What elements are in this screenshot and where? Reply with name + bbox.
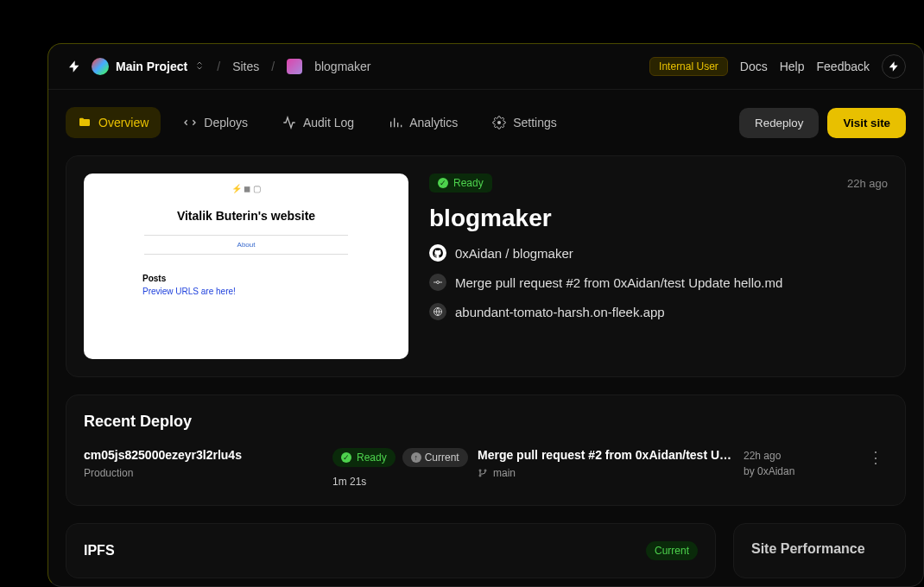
performance-card: Site Performance: [733, 523, 906, 578]
redeploy-button[interactable]: Redeploy: [739, 108, 819, 138]
user-bolt-icon[interactable]: [882, 54, 906, 79]
preview-subline: About: [237, 241, 256, 249]
tab-label: Audit Log: [303, 116, 354, 129]
tab-label: Analytics: [409, 116, 458, 129]
preview-section: Posts: [142, 274, 166, 283]
org-logo-icon[interactable]: [92, 58, 109, 75]
deploy-env: Production: [84, 467, 326, 479]
chevron-updown-icon[interactable]: [194, 60, 205, 73]
preview-divider: [144, 235, 347, 236]
site-icon: [287, 59, 302, 74]
deploy-author: by 0xAidan: [744, 464, 856, 479]
tab-analytics[interactable]: Analytics: [377, 107, 470, 138]
status-badge: ✓ Ready: [429, 174, 492, 193]
deploy-time: 22h ago: [744, 448, 856, 464]
activity-icon: [282, 116, 296, 129]
deploy-status-badge: ✓ Ready: [332, 448, 396, 467]
ipfs-card: IPFS Current: [66, 523, 716, 578]
tab-overview[interactable]: Overview: [66, 107, 161, 138]
deploy-menu-button[interactable]: ⋮: [863, 448, 889, 467]
help-link[interactable]: Help: [780, 60, 805, 73]
breadcrumb-sep: /: [217, 60, 220, 73]
breadcrumb-sites[interactable]: Sites: [232, 60, 259, 73]
check-icon: ✓: [438, 178, 448, 188]
github-icon: [429, 244, 446, 262]
check-icon: ✓: [341, 452, 351, 463]
svg-point-2: [479, 470, 481, 471]
current-label: Current: [425, 451, 459, 464]
site-preview[interactable]: ⚡ ◼ ▢ Vitalik Buterin's website About Po…: [84, 174, 408, 359]
deploy-branch: main: [478, 467, 737, 479]
globe-icon: [429, 303, 446, 320]
ipfs-current-badge: Current: [646, 541, 698, 560]
breadcrumb-project[interactable]: Main Project: [116, 60, 187, 73]
tab-label: Settings: [513, 116, 557, 129]
repo-label: 0xAidan / blogmaker: [455, 246, 573, 261]
visit-site-button[interactable]: Visit site: [827, 108, 906, 138]
svg-point-3: [479, 475, 481, 477]
tab-label: Overview: [98, 116, 149, 129]
performance-title: Site Performance: [751, 541, 865, 556]
url-label: abundant-tomato-harsh.on-fleek.app: [455, 305, 665, 319]
recent-deploy-card: Recent Deploy cm05js825000ezeyr3l2rlu4s …: [66, 394, 906, 506]
tab-audit[interactable]: Audit Log: [270, 107, 366, 138]
breadcrumb: Main Project / Sites / blogmaker: [116, 59, 371, 74]
commit-label: Merge pull request #2 from 0xAidan/test …: [455, 275, 782, 290]
arrow-up-icon: ↑: [411, 452, 421, 463]
gear-icon: [492, 116, 506, 129]
url-row[interactable]: abundant-tomato-harsh.on-fleek.app: [429, 303, 888, 320]
deploy-duration: 1m 21s: [332, 476, 471, 488]
hero-time: 22h ago: [847, 177, 888, 190]
branch-label: main: [493, 467, 516, 479]
docs-link[interactable]: Docs: [740, 60, 768, 73]
status-label: Ready: [357, 451, 387, 464]
deploy-icon: [183, 116, 197, 129]
commit-icon: [429, 274, 446, 291]
internal-user-badge: Internal User: [649, 57, 728, 76]
recent-heading: Recent Deploy: [84, 413, 888, 431]
repo-row[interactable]: 0xAidan / blogmaker: [429, 244, 888, 262]
current-badge: ↑ Current: [402, 448, 468, 467]
deploy-id: cm05js825000ezeyr3l2rlu4s: [84, 448, 326, 462]
ipfs-title: IPFS: [84, 543, 115, 559]
svg-point-0: [437, 281, 440, 284]
deploy-row[interactable]: cm05js825000ezeyr3l2rlu4s Production ✓ R…: [84, 448, 888, 488]
hero-card: ⚡ ◼ ▢ Vitalik Buterin's website About Po…: [66, 155, 906, 377]
deploy-commit: Merge pull request #2 from 0xAidan/test …: [478, 448, 737, 462]
commit-row: Merge pull request #2 from 0xAidan/test …: [429, 274, 888, 291]
breadcrumb-sep: /: [271, 60, 275, 73]
tab-settings[interactable]: Settings: [480, 107, 569, 138]
preview-title: Vitalik Buterin's website: [177, 209, 315, 223]
preview-tiny-logo: ⚡ ◼ ▢: [231, 184, 262, 193]
svg-point-4: [484, 470, 486, 471]
preview-divider: [144, 254, 347, 255]
tab-deploys[interactable]: Deploys: [171, 107, 260, 138]
feedback-link[interactable]: Feedback: [817, 60, 870, 73]
chart-icon: [389, 116, 402, 129]
status-label: Ready: [453, 177, 484, 189]
bolt-icon[interactable]: [66, 58, 83, 75]
tab-label: Deploys: [204, 116, 248, 129]
branch-icon: [478, 468, 488, 478]
page-title: blogmaker: [429, 205, 888, 232]
preview-post-link: Preview URLS are here!: [142, 287, 236, 296]
folder-icon: [78, 116, 92, 129]
breadcrumb-site[interactable]: blogmaker: [314, 60, 370, 73]
